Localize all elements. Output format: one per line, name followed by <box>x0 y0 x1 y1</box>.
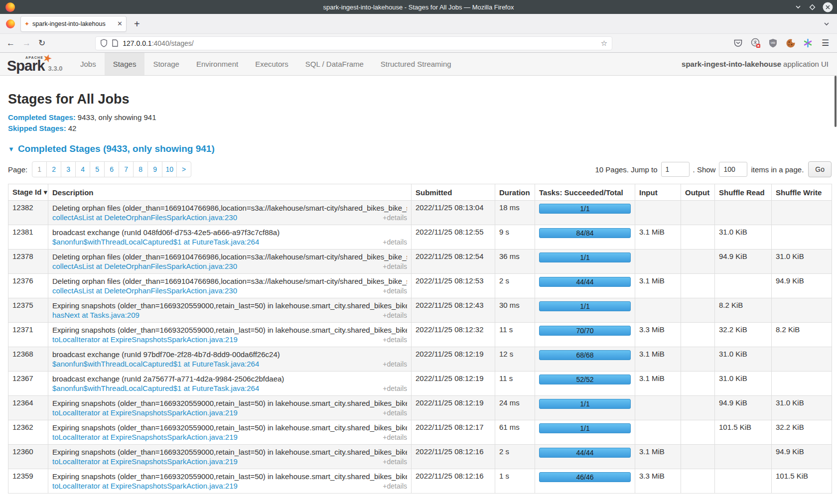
column-header[interactable]: Stage Id ▾ <box>8 184 48 201</box>
asterisk-extension-icon[interactable] <box>803 38 813 48</box>
output-cell <box>681 225 715 250</box>
stage-callsite-link[interactable]: toLocalIterator at ExpireSnapshotsSparkA… <box>52 481 238 491</box>
back-button[interactable]: ← <box>6 39 15 47</box>
stage-callsite-link[interactable]: collectAsList at DeleteOrphanFilesSparkA… <box>52 213 237 222</box>
shuffle-read-cell: 101.5 KiB <box>715 420 772 445</box>
stage-callsite-link[interactable]: $anonfun$withThreadLocalCaptured$1 at Fu… <box>52 359 259 369</box>
minimize-icon[interactable] <box>794 3 802 11</box>
new-tab-button[interactable]: + <box>134 19 140 29</box>
column-header[interactable]: Shuffle Read <box>715 184 772 201</box>
table-header-row: Stage Id ▾DescriptionSubmittedDurationTa… <box>8 184 832 201</box>
details-toggle[interactable]: +details <box>383 408 407 418</box>
shuffle-read-cell: 31.0 KiB <box>715 347 772 372</box>
nav-item-executors[interactable]: Executors <box>247 53 297 75</box>
browser-tab[interactable]: ✦ spark-ingest-into-lakehous ✕ <box>20 16 127 32</box>
page-button-4[interactable]: 4 <box>75 161 90 177</box>
page-button-7[interactable]: 7 <box>119 161 134 177</box>
page-button-5[interactable]: 5 <box>90 161 105 177</box>
page-button-10[interactable]: 10 <box>162 161 177 177</box>
submitted-cell: 2022/11/25 08:13:04 <box>412 201 495 225</box>
page-button-2[interactable]: 2 <box>46 161 61 177</box>
items-per-page-input[interactable] <box>719 162 747 177</box>
page-button-1[interactable]: 1 <box>32 161 47 177</box>
description-cell: broadcast exchange (runId 048fd06f-d753-… <box>48 225 412 250</box>
details-toggle[interactable]: +details <box>383 213 407 223</box>
firefox-view-icon[interactable] <box>6 19 15 28</box>
column-header[interactable]: Shuffle Write <box>772 184 832 201</box>
completed-stages-section-header[interactable]: ▼ Completed Stages (9433, only showing 9… <box>8 143 832 154</box>
details-toggle[interactable]: +details <box>383 457 407 467</box>
input-cell: 3.3 MiB <box>635 323 681 347</box>
stage-callsite-link[interactable]: toLocalIterator at ExpireSnapshotsSparkA… <box>52 432 238 442</box>
stage-callsite-link[interactable]: $anonfun$withThreadLocalCaptured$1 at Fu… <box>52 237 259 247</box>
column-header[interactable]: Tasks: Succeeded/Total <box>535 184 635 201</box>
page-info-icon[interactable] <box>112 39 118 47</box>
column-header[interactable]: Output <box>681 184 715 201</box>
details-toggle[interactable]: +details <box>383 384 407 393</box>
tasks-progress-bar: 1/1 <box>539 399 631 409</box>
stage-callsite-link[interactable]: hasNext at Tasks.java:209 <box>52 310 140 320</box>
nav-item-jobs[interactable]: Jobs <box>72 53 105 75</box>
list-tabs-chevron-icon[interactable] <box>823 20 831 28</box>
scrollbar-thumb[interactable] <box>835 76 837 127</box>
page-button-3[interactable]: 3 <box>61 161 76 177</box>
stage-callsite-link[interactable]: toLocalIterator at ExpireSnapshotsSparkA… <box>52 457 238 466</box>
nav-item-sql-dataframe[interactable]: SQL / DataFrame <box>297 53 372 75</box>
spark-logo[interactable]: APACHE Spark ★ 3.3.0 <box>0 53 61 75</box>
shield-icon[interactable] <box>100 39 108 47</box>
page-button-6[interactable]: 6 <box>104 161 119 177</box>
spark-navbar: APACHE Spark ★ 3.3.0 JobsStagesStorageEn… <box>0 53 837 76</box>
page-button-8[interactable]: 8 <box>133 161 148 177</box>
cookie-icon[interactable] <box>785 38 796 48</box>
pocket-icon[interactable] <box>733 38 743 48</box>
pagination-controls: 10 Pages. Jump to . Show items in a page… <box>595 161 832 177</box>
column-header[interactable]: Submitted <box>412 184 495 201</box>
stage-callsite-link[interactable]: collectAsList at DeleteOrphanFilesSparkA… <box>52 286 237 295</box>
details-toggle[interactable]: +details <box>383 335 407 345</box>
menu-hamburger-icon[interactable]: ☰ <box>820 38 831 48</box>
details-toggle[interactable]: +details <box>383 238 407 247</box>
table-row: 12375Expiring snapshots (older_than=1669… <box>8 298 832 323</box>
details-toggle[interactable]: +details <box>383 286 407 296</box>
skipped-stages-value: 42 <box>68 124 77 132</box>
tab-close-icon[interactable]: ✕ <box>117 20 123 27</box>
stage-callsite-link[interactable]: $anonfun$withThreadLocalCaptured$1 at Fu… <box>52 383 259 393</box>
close-icon[interactable] <box>823 2 833 12</box>
stage-callsite-link[interactable]: toLocalIterator at ExpireSnapshotsSparkA… <box>52 408 238 417</box>
maximize-icon[interactable] <box>809 3 816 11</box>
reload-button[interactable]: ↻ <box>38 39 45 47</box>
details-toggle[interactable]: +details <box>383 433 407 442</box>
details-toggle[interactable]: +details <box>383 360 407 369</box>
shuffle-write-cell: 101.5 KiB <box>772 469 832 494</box>
duration-cell: 30 ms <box>495 298 535 323</box>
duration-cell: 1 s <box>495 469 535 494</box>
stage-callsite-link[interactable]: collectAsList at DeleteOrphanFilesSparkA… <box>52 261 237 271</box>
page-button->[interactable]: > <box>176 161 191 177</box>
column-header[interactable]: Input <box>635 184 681 201</box>
stage-description-sub: $anonfun$withThreadLocalCaptured$1 at Fu… <box>52 237 407 247</box>
extension-badge-icon[interactable] <box>750 38 761 48</box>
description-cell: Expiring snapshots (older_than=166932055… <box>48 469 412 494</box>
jump-to-page-input[interactable] <box>661 162 690 177</box>
completed-stages-label: Completed Stages: <box>8 113 76 122</box>
ublock-shield-icon[interactable]: UO <box>768 38 778 48</box>
go-button[interactable]: Go <box>808 161 832 177</box>
page-button-9[interactable]: 9 <box>147 161 162 177</box>
nav-item-structured-streaming[interactable]: Structured Streaming <box>372 53 460 75</box>
url-bar[interactable]: 127.0.0.1:4040/stages/ ☆ <box>95 36 612 50</box>
column-header[interactable]: Duration <box>495 184 535 201</box>
nav-item-environment[interactable]: Environment <box>188 53 247 75</box>
details-toggle[interactable]: +details <box>383 262 407 271</box>
details-toggle[interactable]: +details <box>383 311 407 320</box>
nav-item-stages[interactable]: Stages <box>105 53 145 75</box>
details-toggle[interactable]: +details <box>383 482 407 491</box>
output-cell <box>681 420 715 445</box>
bookmark-star-icon[interactable]: ☆ <box>601 39 607 48</box>
column-header[interactable]: Description <box>48 184 412 201</box>
stage-description-sub: collectAsList at DeleteOrphanFilesSparkA… <box>52 213 407 222</box>
pagination-row: Page: 12345678910> 10 Pages. Jump to . S… <box>8 161 832 177</box>
stage-callsite-link[interactable]: toLocalIterator at ExpireSnapshotsSparkA… <box>52 335 238 344</box>
stage-description-sub: $anonfun$withThreadLocalCaptured$1 at Fu… <box>52 383 407 393</box>
forward-button[interactable]: → <box>22 39 31 47</box>
nav-item-storage[interactable]: Storage <box>144 53 188 75</box>
